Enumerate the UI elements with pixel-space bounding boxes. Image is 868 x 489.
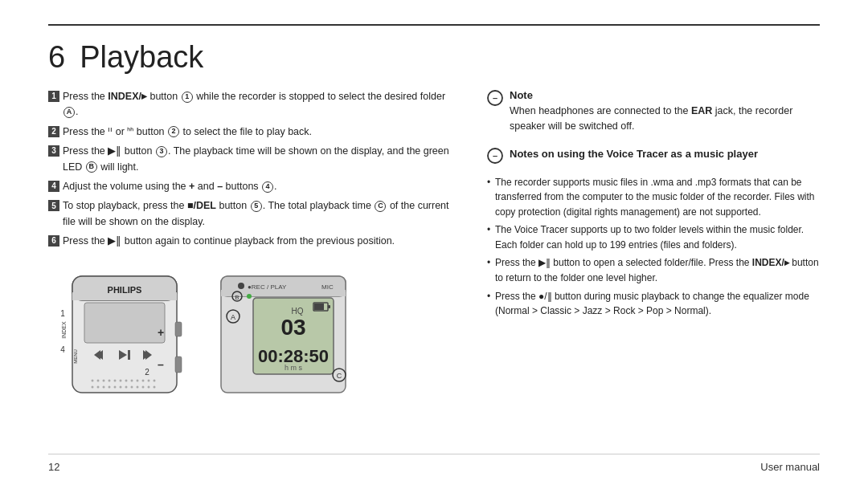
- note-text: When headphones are connected to the EAR…: [510, 104, 820, 134]
- bullet-3: Press the ▶‖ button to open a selected f…: [487, 255, 820, 285]
- svg-point-26: [114, 380, 117, 382]
- svg-rect-20: [175, 322, 182, 336]
- svg-point-40: [125, 386, 128, 389]
- svg-rect-60: [328, 305, 330, 308]
- svg-text:INDEX: INDEX: [61, 321, 67, 339]
- bullet-2: The Voice Tracer supports up to two fold…: [487, 222, 820, 252]
- note-title: Note: [510, 89, 820, 101]
- svg-point-49: [238, 283, 244, 289]
- step-2-text: Press the ᑊᑊ or ᑋᑋ button 2 to select th…: [63, 124, 312, 140]
- step-6: 6 Press the ▶‖ button again to continue …: [48, 234, 455, 249]
- step-6-text: Press the ▶‖ button again to continue pl…: [63, 234, 395, 249]
- step-6-num: 6: [48, 235, 59, 247]
- svg-point-43: [142, 386, 145, 389]
- svg-point-22: [92, 380, 94, 382]
- svg-point-35: [97, 386, 100, 389]
- svg-point-44: [148, 386, 150, 389]
- svg-text:–: –: [158, 358, 164, 371]
- svg-rect-48: [221, 290, 346, 296]
- step-2: 2 Press the ᑊᑊ or ᑋᑋ button 2 to select …: [48, 124, 455, 140]
- music-note-box: – Notes on using the Voice Tracer as a m…: [487, 147, 820, 167]
- svg-text:1: 1: [60, 309, 65, 318]
- svg-point-45: [154, 386, 156, 389]
- svg-text:h  m       s: h m s: [285, 364, 303, 372]
- svg-point-36: [103, 386, 105, 389]
- note-box: – Note When headphones are connected to …: [487, 89, 820, 134]
- svg-text:–: –: [493, 151, 497, 161]
- device-right-illustration: ●REC / PLAY MIC A B HQ: [217, 272, 350, 397]
- svg-text:2: 2: [145, 368, 149, 377]
- page-header: 6 Playback: [48, 40, 820, 75]
- svg-point-42: [137, 386, 139, 389]
- music-note-icon: –: [487, 148, 503, 164]
- svg-point-30: [137, 380, 139, 382]
- svg-text:+: +: [158, 326, 164, 339]
- music-note-content: Notes on using the Voice Tracer as a mus…: [510, 147, 758, 165]
- svg-point-56: [247, 294, 252, 299]
- step-4-text: Adjust the volume using the + and – butt…: [63, 179, 277, 194]
- svg-point-25: [108, 380, 111, 382]
- svg-point-33: [154, 380, 156, 382]
- svg-rect-61: [314, 304, 324, 310]
- svg-point-27: [120, 380, 122, 382]
- step-3-num: 3: [48, 145, 59, 157]
- svg-text:●REC / PLAY: ●REC / PLAY: [248, 283, 287, 291]
- bullet-4: Press the ●/‖ button during music playba…: [487, 289, 820, 319]
- svg-rect-12: [128, 350, 130, 360]
- svg-text:MENU: MENU: [73, 350, 78, 365]
- svg-text:4: 4: [60, 345, 65, 354]
- step-3-text: Press the ▶‖ button 3. The playback time…: [63, 144, 455, 175]
- svg-point-28: [125, 380, 128, 382]
- svg-point-39: [120, 386, 122, 389]
- note-icon: –: [487, 90, 503, 106]
- svg-point-24: [103, 380, 105, 382]
- step-5-num: 5: [48, 200, 59, 211]
- bullet-1: The recorder supports music files in .wm…: [487, 175, 820, 220]
- step-1: 1 Press the INDEX/▸ button 1 while the r…: [48, 89, 455, 120]
- svg-point-32: [148, 380, 150, 382]
- device-left-illustration: PHILIPS 1 4 INDEX MENU: [48, 272, 201, 397]
- svg-text:A: A: [231, 313, 235, 321]
- svg-rect-4: [84, 303, 165, 343]
- svg-point-23: [97, 380, 100, 382]
- step-4-num: 4: [48, 181, 59, 192]
- music-bullets: The recorder supports music files in .wm…: [487, 175, 820, 322]
- step-1-text: Press the INDEX/▸ button 1 while the rec…: [63, 89, 455, 120]
- step-4: 4 Adjust the volume using the + and – bu…: [48, 179, 455, 194]
- svg-point-31: [142, 380, 145, 382]
- music-note-title: Notes on using the Voice Tracer as a mus…: [510, 147, 758, 161]
- page: 6 Playback 1 Press the INDEX/▸ button 1 …: [0, 0, 868, 489]
- svg-point-29: [131, 380, 133, 382]
- step-1-num: 1: [48, 91, 59, 102]
- right-column: – Note When headphones are connected to …: [487, 89, 820, 450]
- images-row: PHILIPS 1 4 INDEX MENU: [48, 272, 455, 397]
- content-area: 1 Press the INDEX/▸ button 1 while the r…: [48, 89, 820, 450]
- footer: 12 User manual: [48, 454, 820, 473]
- footer-manual-text: User manual: [760, 461, 820, 473]
- svg-text:PHILIPS: PHILIPS: [108, 285, 142, 295]
- note-content: Note When headphones are connected to th…: [510, 89, 820, 134]
- chapter-title: Playback: [80, 40, 203, 75]
- left-column: 1 Press the INDEX/▸ button 1 while the r…: [48, 89, 455, 450]
- svg-point-38: [114, 386, 117, 389]
- svg-text:03: 03: [280, 315, 305, 340]
- step-5: 5 To stop playback, press the ■/DEL butt…: [48, 198, 455, 230]
- step-5-text: To stop playback, press the ■/DEL button…: [63, 198, 455, 230]
- svg-rect-21: [175, 357, 182, 373]
- svg-point-41: [131, 386, 133, 389]
- step-2-num: 2: [48, 126, 59, 137]
- svg-point-34: [92, 386, 94, 389]
- svg-text:–: –: [493, 93, 497, 103]
- steps-list: 1 Press the INDEX/▸ button 1 while the r…: [48, 89, 455, 253]
- top-border: [48, 24, 820, 26]
- svg-point-37: [108, 386, 111, 389]
- chapter-number: 6: [48, 40, 65, 75]
- footer-page-number: 12: [48, 461, 59, 473]
- svg-text:MIC: MIC: [321, 283, 334, 291]
- step-3: 3 Press the ▶‖ button 3. The playback ti…: [48, 144, 455, 175]
- svg-text:C: C: [337, 372, 342, 380]
- svg-text:B: B: [235, 294, 239, 301]
